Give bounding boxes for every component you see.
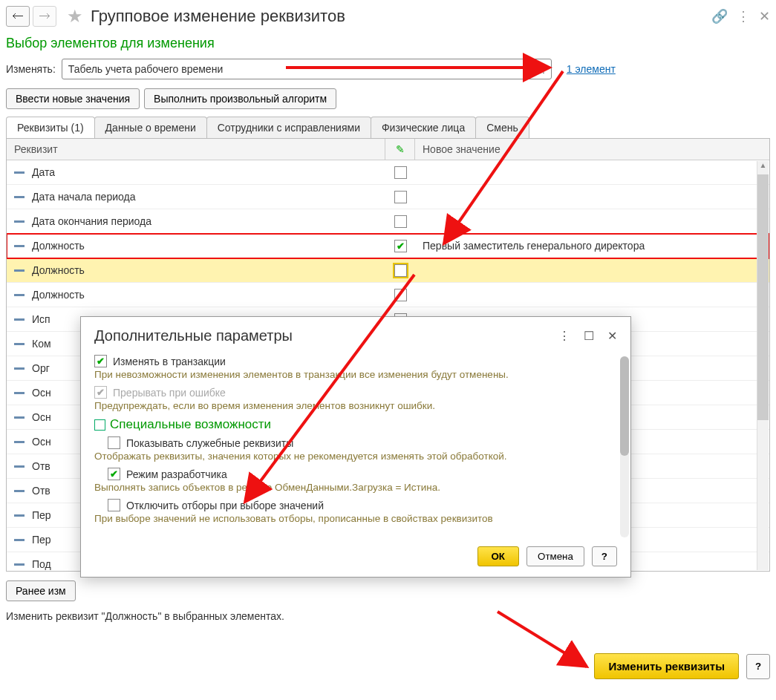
help-button[interactable]: ? [746, 654, 770, 679]
dev-mode-hint: Выполнять запись объектов в режиме Обмен… [94, 482, 617, 493]
requisite-name: Орг [32, 362, 50, 374]
dev-mode-label: Режим разработчика [126, 468, 227, 480]
transaction-checkbox[interactable] [94, 355, 107, 367]
previously-changed-button[interactable]: Ранее изм [6, 580, 76, 601]
section-title: Выбор элементов для изменения [6, 36, 770, 51]
table-row[interactable]: Дата начала периода [7, 185, 769, 209]
tab-shifts[interactable]: Смень [475, 117, 529, 138]
requisite-name: Осн [32, 411, 51, 423]
col-header-new-value[interactable]: Новое значение [415, 139, 769, 160]
table-row[interactable]: Дата окончания периода [7, 209, 769, 234]
show-service-checkbox[interactable] [108, 436, 120, 449]
tabs: Реквизиты (1) Данные о времени Сотрудник… [6, 117, 770, 138]
table-row[interactable]: Должность [7, 283, 769, 307]
show-service-label: Показывать служебные реквизиты [126, 437, 293, 449]
field-icon [14, 514, 25, 517]
link-icon[interactable]: 🔗 [711, 8, 728, 24]
special-capabilities-label: Специальные возможности [110, 417, 271, 432]
requisite-name: Должность [32, 240, 85, 252]
tab-requisites[interactable]: Реквизиты (1) [6, 117, 95, 138]
requisite-name: Должность [32, 264, 85, 276]
grid-scrollbar[interactable]: ▲ [757, 161, 769, 570]
requisite-name: Отв [32, 460, 50, 472]
change-label: Изменять: [6, 63, 56, 75]
field-icon [14, 245, 25, 247]
apply-changes-button[interactable]: Изменить реквизиты [594, 653, 739, 679]
dialog-maximize-icon[interactable]: ☐ [584, 329, 594, 343]
enter-values-button[interactable]: Ввести новые значения [6, 88, 140, 109]
close-icon[interactable]: ✕ [759, 8, 770, 24]
field-icon [14, 416, 25, 419]
requisite-name: Дата окончания периода [32, 215, 151, 227]
show-service-hint: Отображать реквизиты, значения которых н… [94, 451, 617, 462]
field-icon [14, 294, 25, 296]
requisite-name: Ком [32, 338, 51, 350]
table-row[interactable]: ДолжностьПервый заместитель генерального… [7, 234, 769, 258]
field-icon [14, 441, 25, 443]
requisite-name: Осн [32, 436, 51, 448]
transaction-label: Изменять в транзакции [113, 356, 226, 367]
status-text: Изменить реквизит "Должность" в выбранны… [6, 610, 770, 622]
field-icon [14, 367, 25, 370]
stop-on-error-label: Прерывать при ошибке [113, 387, 226, 399]
requisite-name: Исп [32, 313, 50, 325]
requisite-name: Дата [32, 166, 55, 178]
field-icon [14, 563, 25, 566]
field-icon [14, 318, 25, 321]
field-icon [14, 343, 25, 345]
nav-forward-button[interactable]: 🡒 [33, 6, 56, 27]
row-checkbox[interactable] [394, 215, 407, 228]
stop-on-error-checkbox [94, 386, 107, 399]
dialog-close-icon[interactable]: ✕ [607, 329, 617, 343]
disable-filter-checkbox[interactable] [108, 499, 120, 511]
transaction-hint: При невозможности изменения элементов в … [94, 369, 617, 380]
tab-employees[interactable]: Сотрудники с исправлениями [206, 117, 371, 138]
disable-filter-label: Отключить отборы при выборе значений [126, 500, 324, 511]
tab-persons[interactable]: Физические лица [371, 117, 476, 138]
row-checkbox[interactable] [394, 191, 407, 203]
row-new-value[interactable]: Первый заместитель генерального директор… [415, 240, 769, 252]
kebab-menu-icon[interactable]: ⋮ [737, 8, 750, 24]
requisite-name: Пер [32, 534, 51, 546]
dialog-help-button[interactable]: ? [592, 546, 617, 566]
dialog-cancel-button[interactable]: Отмена [526, 546, 584, 566]
requisite-name: Под [32, 558, 51, 570]
tab-time-data[interactable]: Данные о времени [94, 117, 207, 138]
field-icon [14, 269, 25, 272]
stop-on-error-hint: Предупреждать, если во время изменения э… [94, 400, 617, 411]
dev-mode-checkbox[interactable] [108, 468, 120, 480]
chevron-down-icon: ... [536, 64, 545, 76]
change-select-value: Табель учета рабочего времени [68, 63, 223, 75]
field-icon [14, 490, 25, 492]
additional-params-dialog: Дополнительные параметры ⋮ ☐ ✕ Изменять … [80, 316, 631, 578]
col-header-requisite[interactable]: Реквизит [7, 139, 385, 160]
field-icon [14, 171, 25, 174]
requisite-name: Дата начала периода [32, 191, 135, 203]
dialog-ok-button[interactable]: ОК [477, 546, 520, 566]
requisite-name: Отв [32, 485, 50, 497]
table-row[interactable]: Дата [7, 160, 769, 185]
field-icon [14, 539, 25, 541]
elements-link[interactable]: 1 элемент [567, 63, 616, 75]
special-capabilities-checkbox[interactable] [94, 419, 105, 431]
dialog-scrollbar[interactable] [620, 356, 629, 537]
row-checkbox[interactable] [394, 240, 407, 252]
change-select[interactable]: Табель учета рабочего времени ... [62, 59, 552, 79]
nav-back-button[interactable]: 🡐 [6, 6, 30, 27]
page-title: Групповое изменение реквизитов [91, 7, 345, 26]
table-row[interactable]: Должность [7, 258, 769, 283]
field-icon [14, 392, 25, 394]
field-icon [14, 220, 25, 223]
field-icon [14, 465, 25, 468]
favorite-star-icon[interactable]: ★ [67, 6, 83, 27]
requisite-name: Осн [32, 387, 51, 399]
disable-filter-hint: При выборе значений не использовать отбо… [94, 513, 617, 524]
requisite-name: Пер [32, 509, 51, 521]
run-algorithm-button[interactable]: Выполнить произвольный алгоритм [144, 88, 336, 109]
row-checkbox[interactable] [394, 166, 407, 179]
row-checkbox[interactable] [394, 289, 407, 301]
col-header-edit-icon[interactable]: ✎ [385, 139, 415, 160]
dialog-kebab-icon[interactable]: ⋮ [558, 329, 570, 343]
row-checkbox[interactable] [394, 264, 407, 277]
field-icon [14, 196, 25, 198]
